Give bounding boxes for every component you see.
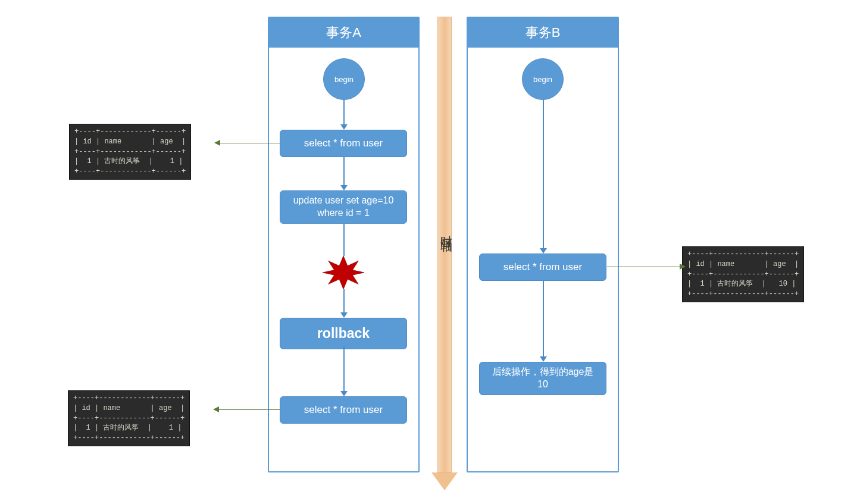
transaction-b-title: 事务B: [468, 18, 618, 48]
timeline-arrow-head-icon: [431, 472, 458, 490]
connector-a-1: [219, 143, 280, 143]
begin-b-node: begin: [522, 58, 564, 100]
step-a-select-2: select * from user: [280, 396, 407, 424]
error-explosion-icon: [323, 256, 364, 289]
arrow-a-2: [343, 157, 345, 186]
begin-b-label: begin: [533, 75, 552, 84]
arrow-b-1: [543, 100, 544, 249]
timeline-shaft: [437, 17, 452, 472]
connector-b-1: [607, 267, 681, 267]
arrow-b-2: [543, 281, 544, 357]
begin-a-node: begin: [323, 58, 365, 100]
step-a-update: update user set age=10 where id = 1: [280, 190, 407, 224]
step-b-select: select * from user: [479, 253, 606, 281]
result-a-1: +----+------------+------+ | id | name |…: [69, 124, 191, 180]
timeline-label: 时间轴: [439, 226, 455, 233]
begin-a-label: begin: [334, 75, 354, 84]
transaction-a-title: 事务A: [269, 18, 418, 48]
result-b-1: +----+------------+------+ | id | name |…: [682, 246, 804, 302]
arrow-a-3a: [343, 224, 345, 256]
step-a-select-1: select * from user: [280, 130, 407, 157]
result-a-2: +----+------------+------+ | id | name |…: [68, 390, 190, 446]
arrow-a-4: [343, 346, 345, 392]
step-b-followup: 后续操作，得到的age是10: [479, 362, 606, 395]
arrow-a-3b: [343, 289, 345, 313]
svg-marker-0: [323, 256, 364, 289]
connector-a-2: [218, 409, 280, 410]
step-a-rollback: rollback: [280, 318, 407, 349]
arrow-a-1: [343, 100, 345, 125]
